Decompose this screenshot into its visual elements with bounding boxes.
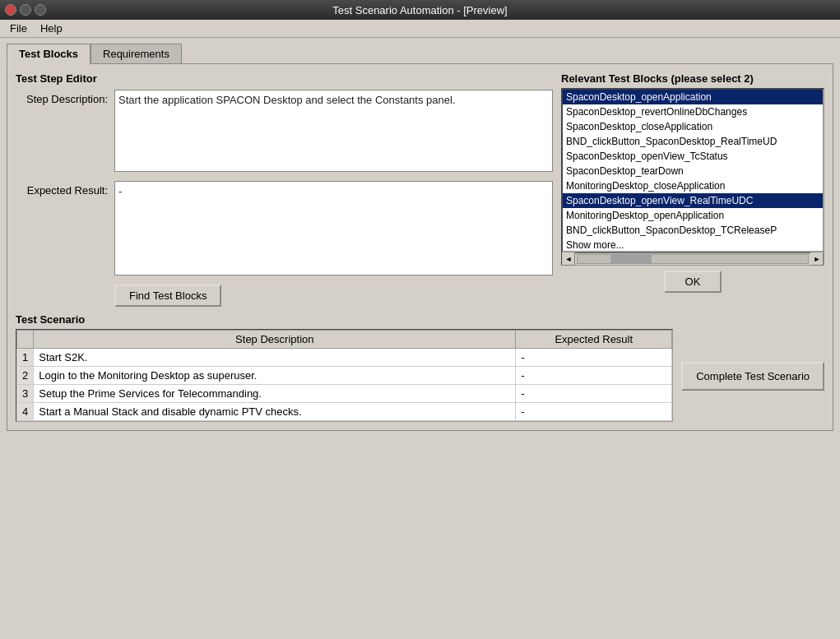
- window-controls[interactable]: [5, 4, 46, 16]
- col-expected-result: Expected Result: [516, 331, 672, 349]
- step-description-row: Step Description: Start the application …: [16, 90, 553, 174]
- listbox-item[interactable]: BND_clickButton_SpaconDesktop_RealTimeUD: [563, 134, 823, 149]
- right-panel: Relevant Test Blocks (please select 2) S…: [561, 72, 824, 307]
- menu-help[interactable]: Help: [34, 21, 69, 36]
- complete-test-scenario-button[interactable]: Complete Test Scenario: [681, 362, 824, 391]
- find-test-blocks-button[interactable]: Find Test Blocks: [114, 285, 221, 307]
- table-row[interactable]: 1 Start S2K. -: [17, 349, 672, 367]
- window-title: Test Scenario Automation - [Preview]: [332, 4, 507, 16]
- step-description-input[interactable]: Start the application SPACON Desktop and…: [114, 90, 553, 172]
- close-button[interactable]: [5, 4, 16, 16]
- ok-button[interactable]: OK: [664, 271, 722, 293]
- row-num: 2: [17, 367, 34, 385]
- title-bar: Test Scenario Automation - [Preview]: [0, 0, 840, 20]
- main-window: Test Blocks Requirements Test Step Edito…: [0, 38, 840, 639]
- row-num: 4: [17, 403, 34, 421]
- table-row[interactable]: 2 Login to the Monitoring Desktop as sup…: [17, 367, 672, 385]
- scenario-table: Step Description Expected Result 1 Start…: [16, 330, 672, 421]
- listbox-item[interactable]: SpaconDesktop_closeApplication: [563, 119, 823, 134]
- left-panel: Test Step Editor Step Description: Start…: [16, 72, 553, 307]
- row-step: Login to the Monitoring Desktop as super…: [34, 367, 516, 385]
- tab-requirements[interactable]: Requirements: [90, 44, 182, 64]
- row-result: -: [516, 349, 672, 367]
- listbox-item[interactable]: Show more...: [563, 238, 823, 252]
- tab-content: Test Step Editor Step Description: Start…: [7, 63, 833, 431]
- listbox-item[interactable]: BND_clickButton_SpaconDesktop_TCReleaseP: [563, 223, 823, 238]
- listbox-item[interactable]: SpaconDesktop_revertOnlineDbChanges: [563, 104, 823, 119]
- expected-result-field: -: [114, 181, 553, 278]
- test-blocks-listbox[interactable]: SpaconDesktop_openApplicationSpaconDeskt…: [561, 88, 824, 252]
- row-step: Setup the Prime Services for Telecommand…: [34, 385, 516, 403]
- scroll-track: [577, 254, 809, 264]
- expected-result-input[interactable]: -: [114, 181, 553, 276]
- table-row[interactable]: 4 Start a Manual Stack and disable dynam…: [17, 403, 672, 421]
- tab-bar: Test Blocks Requirements: [7, 43, 833, 63]
- listbox-scrollbar[interactable]: ◄ ►: [561, 252, 824, 266]
- col-step-description: Step Description: [34, 331, 516, 349]
- step-description-field: Start the application SPACON Desktop and…: [114, 90, 553, 174]
- scroll-left-arrow[interactable]: ◄: [562, 252, 575, 266]
- listbox-item[interactable]: SpaconDesktop_openView_TcStatus: [563, 149, 823, 164]
- scroll-right-arrow[interactable]: ►: [810, 252, 824, 266]
- table-row[interactable]: 3 Setup the Prime Services for Telecomma…: [17, 385, 672, 403]
- row-result: -: [516, 385, 672, 403]
- relevant-test-blocks-title: Relevant Test Blocks (please select 2): [561, 72, 824, 85]
- menu-bar: File Help: [0, 20, 840, 38]
- row-result: -: [516, 403, 672, 421]
- editor-area: Test Step Editor Step Description: Start…: [16, 72, 824, 307]
- expected-result-row: Expected Result: -: [16, 181, 553, 278]
- listbox-item[interactable]: SpaconDesktop_tearDown: [563, 164, 823, 178]
- expected-result-label: Expected Result:: [16, 181, 114, 197]
- table-header: Step Description Expected Result: [17, 331, 672, 349]
- step-description-label: Step Description:: [16, 90, 114, 105]
- scenario-section: Test Scenario Step Description Expected …: [16, 313, 824, 422]
- row-num: 1: [17, 349, 34, 367]
- scenario-table-container: Step Description Expected Result 1 Start…: [16, 329, 673, 422]
- menu-file[interactable]: File: [3, 21, 34, 36]
- scenario-layout: Step Description Expected Result 1 Start…: [16, 329, 824, 422]
- listbox-item[interactable]: SpaconDesktop_openApplication: [563, 90, 823, 104]
- maximize-button[interactable]: [35, 4, 46, 16]
- tab-test-blocks[interactable]: Test Blocks: [7, 44, 90, 64]
- listbox-item[interactable]: SpaconDesktop_openView_RealTimeUDC: [563, 193, 823, 208]
- col-num: [17, 331, 34, 349]
- row-step: Start a Manual Stack and disable dynamic…: [34, 403, 516, 421]
- row-num: 3: [17, 385, 34, 403]
- listbox-item[interactable]: MonitoringDesktop_openApplication: [563, 208, 823, 223]
- scenario-title: Test Scenario: [16, 313, 824, 326]
- row-step: Start S2K.: [34, 349, 516, 367]
- minimize-button[interactable]: [20, 4, 31, 16]
- scenario-tbody: 1 Start S2K. - 2 Login to the Monitoring…: [17, 349, 672, 421]
- listbox-item[interactable]: MonitoringDesktop_closeApplication: [563, 178, 823, 193]
- row-result: -: [516, 367, 672, 385]
- test-step-editor-title: Test Step Editor: [16, 72, 553, 85]
- scroll-thumb: [610, 255, 652, 263]
